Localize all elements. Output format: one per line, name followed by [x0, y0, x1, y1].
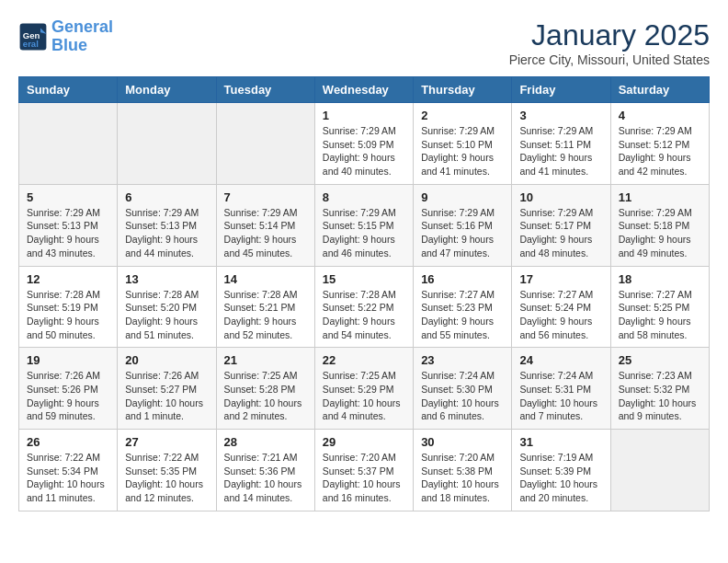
day-number: 19: [27, 353, 109, 367]
location-subtitle: Pierce City, Missouri, United States: [509, 52, 710, 67]
title-block: January 2025 Pierce City, Missouri, Unit…: [509, 18, 710, 67]
weekday-header-tuesday: Tuesday: [216, 77, 314, 103]
day-number: 3: [519, 109, 602, 122]
day-number: 11: [619, 190, 701, 204]
calendar-week-row: 1Sunrise: 7:29 AM Sunset: 5:09 PM Daylig…: [19, 103, 710, 185]
day-info: Sunrise: 7:24 AM Sunset: 5:31 PM Dayligh…: [519, 369, 602, 423]
calendar-cell: 16Sunrise: 7:27 AM Sunset: 5:23 PM Dayli…: [414, 266, 512, 348]
calendar-cell: 5Sunrise: 7:29 AM Sunset: 5:13 PM Daylig…: [19, 184, 118, 266]
calendar-cell: 1Sunrise: 7:29 AM Sunset: 5:09 PM Daylig…: [314, 103, 413, 185]
calendar-cell: 9Sunrise: 7:29 AM Sunset: 5:16 PM Daylig…: [414, 184, 512, 266]
calendar-cell: 31Sunrise: 7:19 AM Sunset: 5:39 PM Dayli…: [512, 430, 610, 511]
calendar-cell: 11Sunrise: 7:29 AM Sunset: 5:18 PM Dayli…: [610, 184, 709, 266]
calendar-cell: 27Sunrise: 7:22 AM Sunset: 5:35 PM Dayli…: [118, 430, 216, 511]
calendar-cell: [216, 103, 314, 185]
calendar-cell: [19, 103, 118, 185]
day-info: Sunrise: 7:29 AM Sunset: 5:13 PM Dayligh…: [125, 206, 208, 260]
day-number: 6: [125, 190, 208, 204]
calendar-cell: 6Sunrise: 7:29 AM Sunset: 5:13 PM Daylig…: [118, 184, 216, 266]
day-number: 4: [619, 109, 701, 122]
day-info: Sunrise: 7:29 AM Sunset: 5:14 PM Dayligh…: [224, 206, 307, 260]
month-title: January 2025: [509, 18, 710, 52]
calendar-week-row: 19Sunrise: 7:26 AM Sunset: 5:26 PM Dayli…: [19, 348, 710, 430]
day-info: Sunrise: 7:26 AM Sunset: 5:27 PM Dayligh…: [125, 369, 208, 423]
logo-icon: Gen eral: [18, 22, 48, 52]
calendar-cell: 4Sunrise: 7:29 AM Sunset: 5:12 PM Daylig…: [610, 103, 709, 185]
day-number: 29: [323, 435, 405, 449]
day-number: 24: [519, 353, 602, 367]
day-info: Sunrise: 7:23 AM Sunset: 5:32 PM Dayligh…: [619, 369, 701, 423]
day-info: Sunrise: 7:28 AM Sunset: 5:21 PM Dayligh…: [224, 288, 307, 342]
calendar-cell: [610, 430, 709, 511]
day-info: Sunrise: 7:29 AM Sunset: 5:11 PM Dayligh…: [519, 124, 602, 178]
day-info: Sunrise: 7:29 AM Sunset: 5:15 PM Dayligh…: [323, 206, 405, 260]
day-info: Sunrise: 7:28 AM Sunset: 5:22 PM Dayligh…: [323, 288, 405, 342]
calendar-cell: 21Sunrise: 7:25 AM Sunset: 5:28 PM Dayli…: [216, 348, 314, 430]
day-info: Sunrise: 7:27 AM Sunset: 5:23 PM Dayligh…: [421, 288, 504, 342]
day-number: 9: [421, 190, 504, 204]
day-info: Sunrise: 7:20 AM Sunset: 5:37 PM Dayligh…: [323, 451, 405, 505]
day-info: Sunrise: 7:21 AM Sunset: 5:36 PM Dayligh…: [224, 451, 307, 505]
logo-line1: General: [51, 17, 113, 36]
weekday-header-wednesday: Wednesday: [314, 77, 413, 103]
day-info: Sunrise: 7:29 AM Sunset: 5:10 PM Dayligh…: [421, 124, 504, 178]
calendar-cell: 24Sunrise: 7:24 AM Sunset: 5:31 PM Dayli…: [512, 348, 610, 430]
day-info: Sunrise: 7:26 AM Sunset: 5:26 PM Dayligh…: [27, 369, 109, 423]
day-info: Sunrise: 7:29 AM Sunset: 5:18 PM Dayligh…: [619, 206, 701, 260]
day-info: Sunrise: 7:29 AM Sunset: 5:12 PM Dayligh…: [619, 124, 701, 178]
calendar-cell: 2Sunrise: 7:29 AM Sunset: 5:10 PM Daylig…: [414, 103, 512, 185]
calendar-header-row: SundayMondayTuesdayWednesdayThursdayFrid…: [19, 77, 710, 103]
day-number: 23: [421, 353, 504, 367]
day-number: 5: [27, 190, 109, 204]
day-info: Sunrise: 7:20 AM Sunset: 5:38 PM Dayligh…: [421, 451, 504, 505]
calendar-week-row: 12Sunrise: 7:28 AM Sunset: 5:19 PM Dayli…: [19, 266, 710, 348]
svg-text:eral: eral: [23, 39, 39, 49]
day-info: Sunrise: 7:24 AM Sunset: 5:30 PM Dayligh…: [421, 369, 504, 423]
day-info: Sunrise: 7:22 AM Sunset: 5:35 PM Dayligh…: [125, 451, 208, 505]
day-number: 25: [619, 353, 701, 367]
calendar-cell: 18Sunrise: 7:27 AM Sunset: 5:25 PM Dayli…: [610, 266, 709, 348]
calendar-cell: 8Sunrise: 7:29 AM Sunset: 5:15 PM Daylig…: [314, 184, 413, 266]
calendar-cell: 14Sunrise: 7:28 AM Sunset: 5:21 PM Dayli…: [216, 266, 314, 348]
day-info: Sunrise: 7:25 AM Sunset: 5:28 PM Dayligh…: [224, 369, 307, 423]
day-info: Sunrise: 7:29 AM Sunset: 5:13 PM Dayligh…: [27, 206, 109, 260]
calendar-cell: 3Sunrise: 7:29 AM Sunset: 5:11 PM Daylig…: [512, 103, 610, 185]
day-number: 20: [125, 353, 208, 367]
day-info: Sunrise: 7:29 AM Sunset: 5:16 PM Dayligh…: [421, 206, 504, 260]
day-info: Sunrise: 7:27 AM Sunset: 5:24 PM Dayligh…: [519, 288, 602, 342]
calendar-cell: 29Sunrise: 7:20 AM Sunset: 5:37 PM Dayli…: [314, 430, 413, 511]
calendar-table: SundayMondayTuesdayWednesdayThursdayFrid…: [18, 76, 710, 511]
day-number: 27: [125, 435, 208, 449]
day-number: 18: [619, 272, 701, 286]
calendar-week-row: 26Sunrise: 7:22 AM Sunset: 5:34 PM Dayli…: [19, 430, 710, 511]
day-number: 16: [421, 272, 504, 286]
calendar-cell: [118, 103, 216, 185]
page-header: Gen eral General Blue January 2025 Pierc…: [18, 18, 710, 67]
day-number: 17: [519, 272, 602, 286]
calendar-cell: 25Sunrise: 7:23 AM Sunset: 5:32 PM Dayli…: [610, 348, 709, 430]
day-number: 7: [224, 190, 307, 204]
calendar-cell: 30Sunrise: 7:20 AM Sunset: 5:38 PM Dayli…: [414, 430, 512, 511]
day-number: 14: [224, 272, 307, 286]
weekday-header-saturday: Saturday: [610, 77, 709, 103]
day-info: Sunrise: 7:28 AM Sunset: 5:20 PM Dayligh…: [125, 288, 208, 342]
calendar-cell: 12Sunrise: 7:28 AM Sunset: 5:19 PM Dayli…: [19, 266, 118, 348]
calendar-cell: 15Sunrise: 7:28 AM Sunset: 5:22 PM Dayli…: [314, 266, 413, 348]
logo: Gen eral General Blue: [18, 18, 113, 55]
day-info: Sunrise: 7:25 AM Sunset: 5:29 PM Dayligh…: [323, 369, 405, 423]
day-number: 15: [323, 272, 405, 286]
calendar-cell: 10Sunrise: 7:29 AM Sunset: 5:17 PM Dayli…: [512, 184, 610, 266]
day-info: Sunrise: 7:22 AM Sunset: 5:34 PM Dayligh…: [27, 451, 109, 505]
day-number: 26: [27, 435, 109, 449]
logo-text: General Blue: [51, 18, 113, 55]
day-number: 22: [323, 353, 405, 367]
day-info: Sunrise: 7:27 AM Sunset: 5:25 PM Dayligh…: [619, 288, 701, 342]
day-number: 12: [27, 272, 109, 286]
calendar-cell: 28Sunrise: 7:21 AM Sunset: 5:36 PM Dayli…: [216, 430, 314, 511]
day-number: 21: [224, 353, 307, 367]
day-number: 31: [519, 435, 602, 449]
day-info: Sunrise: 7:19 AM Sunset: 5:39 PM Dayligh…: [519, 451, 602, 505]
day-number: 2: [421, 109, 504, 122]
calendar-cell: 13Sunrise: 7:28 AM Sunset: 5:20 PM Dayli…: [118, 266, 216, 348]
calendar-cell: 23Sunrise: 7:24 AM Sunset: 5:30 PM Dayli…: [414, 348, 512, 430]
